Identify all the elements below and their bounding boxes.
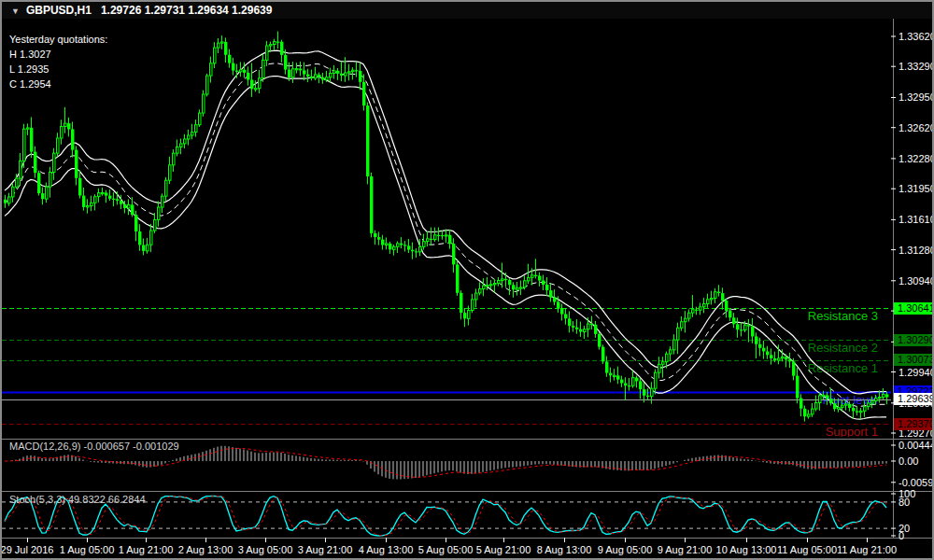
chart-canvas[interactable]: Resistance 3Resistance 2Resistance 1Pivo… bbox=[2, 2, 932, 558]
time-tick-8: 5 Aug 21:00 bbox=[476, 544, 531, 555]
price-tick-1.31950: 1.31950 bbox=[899, 183, 934, 194]
yesterday-quotations-block: Yesterday quotations: H 1.3027 L 1.2935 … bbox=[9, 32, 107, 91]
stoch-indicator-label: Stoch(5,3,3) 49.8322 66.2844 bbox=[9, 494, 146, 505]
time-tick-2: 1 Aug 21:00 bbox=[119, 544, 174, 555]
chart-window: ▼GBPUSD,H11.29726 1.29731 1.29634 1.2963… bbox=[0, 0, 934, 560]
price-tick-1.32950: 1.32950 bbox=[899, 91, 934, 103]
time-tick-9: 8 Aug 13:00 bbox=[537, 544, 592, 555]
price-badge-resistance-1: 1.30073 bbox=[894, 354, 934, 366]
stoch-name: Stoch(5,3,3) bbox=[9, 494, 65, 505]
time-tick-13: 11 Aug 05:00 bbox=[777, 544, 837, 555]
macd-tick--0.005969: -0.005969 bbox=[899, 477, 934, 488]
stoch-tick-80: 80 bbox=[899, 497, 910, 508]
price-badge-resistance-3: 1.30641 bbox=[894, 302, 934, 315]
level-label-resistance-3: Resistance 3 bbox=[808, 309, 878, 323]
price-tick-1.33620: 1.33620 bbox=[899, 31, 934, 42]
time-tick-7: 5 Aug 05:00 bbox=[418, 544, 474, 555]
time-tick-4: 3 Aug 05:00 bbox=[238, 544, 293, 555]
current-price-badge: 1.29639 bbox=[894, 393, 934, 405]
quotations-close: C 1.2954 bbox=[9, 77, 107, 91]
quotations-high: H 1.3027 bbox=[9, 47, 107, 62]
price-tick-1.31610: 1.31610 bbox=[899, 214, 934, 225]
time-tick-1: 1 Aug 05:00 bbox=[60, 544, 115, 555]
candles-layer bbox=[4, 32, 888, 422]
macd-indicator-label: MACD(12,26,9) -0.000657 -0.001029 bbox=[9, 441, 179, 452]
time-tick-10: 9 Aug 05:00 bbox=[598, 544, 653, 555]
time-tick-11: 9 Aug 21:00 bbox=[658, 544, 713, 555]
level-lines-layer: Resistance 3Resistance 2Resistance 1Pivo… bbox=[2, 309, 891, 440]
macd-values: -0.000657 -0.001029 bbox=[83, 441, 178, 452]
level-label-resistance-2: Resistance 2 bbox=[808, 341, 878, 355]
price-badge-resistance-2: 1.30290 bbox=[894, 334, 934, 346]
stoch-tick-0: 0 bbox=[899, 530, 904, 541]
price-tick-1.29940: 1.29940 bbox=[899, 367, 934, 378]
price-badge-support-1: 1.29370 bbox=[894, 418, 934, 430]
macd-tick-0.004443: 0.004443 bbox=[899, 440, 934, 451]
time-tick-14: 11 Aug 21:00 bbox=[837, 544, 897, 555]
level-label-support-1: Support 1 bbox=[826, 425, 878, 439]
time-tick-12: 10 Aug 13:00 bbox=[716, 544, 777, 555]
quotations-title: Yesterday quotations: bbox=[9, 32, 107, 47]
macd-name: MACD(12,26,9) bbox=[9, 441, 80, 452]
time-tick-3: 2 Aug 13:00 bbox=[178, 544, 234, 555]
level-label-resistance-1: Resistance 1 bbox=[808, 361, 878, 375]
time-tick-5: 3 Aug 21:00 bbox=[298, 544, 353, 555]
price-tick-1.32620: 1.32620 bbox=[899, 122, 934, 133]
quotations-low: L 1.2935 bbox=[9, 62, 107, 77]
stoch-values: 49.8322 66.2844 bbox=[68, 494, 146, 505]
time-tick-0: 29 Jul 2016 bbox=[1, 544, 54, 555]
price-tick-1.30940: 1.30940 bbox=[899, 275, 934, 287]
time-tick-6: 4 Aug 13:00 bbox=[359, 544, 414, 555]
price-tick-1.32280: 1.32280 bbox=[899, 153, 934, 164]
price-tick-1.31280: 1.31280 bbox=[899, 245, 934, 256]
macd-tick-0.00: 0.00 bbox=[899, 455, 918, 467]
price-tick-1.33290: 1.33290 bbox=[899, 61, 934, 72]
